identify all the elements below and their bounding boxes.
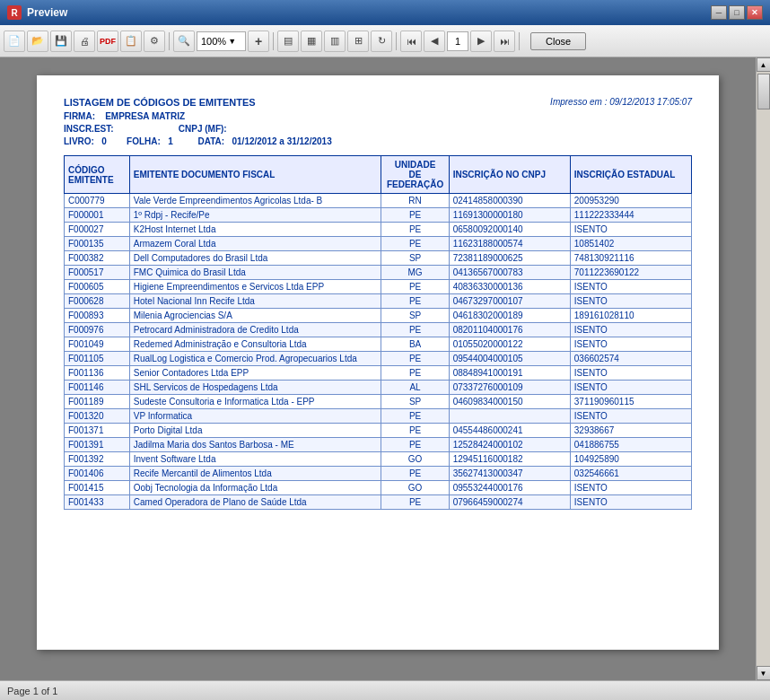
table-cell: PE [381,280,449,294]
table-cell: F001433 [65,495,130,510]
zoom-out-button[interactable]: 🔍 [173,31,195,52]
table-cell: PE [381,366,449,381]
table-cell [449,409,570,424]
table-cell: F001049 [65,337,130,352]
table-cell: VP Informatica [129,409,381,424]
table-row: F000027K2Host Internet LtdaPE06580092000… [65,223,692,237]
table-cell: Armazem Coral Ltda [129,237,381,251]
table-cell: 11623188000574 [449,237,570,251]
table-cell: K2Host Internet Ltda [129,223,381,237]
table-cell: Recife Mercantil de Alimentos Ltda [129,467,381,481]
page-number-input[interactable] [447,31,468,51]
view-single-button[interactable]: ▤ [277,31,299,52]
table-row: F000628Hotel Nacional Inn Recife LtdaPE0… [65,294,692,309]
table-header-row: CÓDIGOEMITENTE EMITENTE DOCUMENTO FISCAL… [65,156,692,194]
window-controls: ─ □ ✕ [711,5,763,20]
table-cell: 72381189000625 [449,251,570,266]
livro-value: 0 [101,136,107,146]
table-cell: F000001 [65,208,130,223]
scroll-area[interactable]: LISTAGEM DE CÓDIGOS DE EMITENTES Impress… [0,57,756,680]
table-cell: Sudeste Consultoria e Informatica Ltda -… [129,395,381,409]
maximize-button[interactable]: □ [729,5,745,20]
save-button[interactable]: 💾 [50,31,72,52]
minimize-button[interactable]: ─ [711,5,727,20]
table-cell: Redemed Administração e Consultoria Ltda [129,337,381,352]
open-button[interactable]: 📂 [27,31,48,52]
table-cell: Senior Contadores Ltda EPP [129,366,381,381]
view-double-button[interactable]: ▦ [301,31,322,52]
table-cell: GO [381,452,449,467]
copy-button[interactable]: 📋 [120,31,142,52]
next-page-button[interactable]: ▶ [470,31,492,52]
table-cell: PE [381,352,449,366]
view-continuous-button[interactable]: ▥ [324,31,346,52]
table-row: F001189Sudeste Consultoria e Informatica… [65,395,692,409]
table-cell: F001105 [65,352,130,366]
window-title: Preview [27,6,711,19]
table-cell: FMC Quimica do Brasil Ltda [129,266,381,280]
firma-label: FIRMA: [64,111,95,121]
table-cell: BA [381,337,449,352]
table-cell: Jadilma Maria dos Santos Barbosa - ME [129,438,381,452]
table-cell: 02414858000390 [449,194,570,208]
prev-page-button[interactable]: ◀ [424,31,445,52]
first-page-button[interactable]: ⏮ [400,31,422,52]
table-cell: 1º Rdpj - Recife/Pe [129,208,381,223]
table-cell: 09553244000176 [449,481,570,495]
table-cell: Hotel Nacional Inn Recife Ltda [129,294,381,309]
folha-value: 1 [168,136,173,146]
scroll-track[interactable] [757,72,770,666]
table-row: F000517FMC Quimica do Brasil LtdaMG04136… [65,266,692,280]
table-cell: F001189 [65,395,130,409]
doc-inscr-line: INSCR.EST: CNPJ (MF): [64,124,692,134]
table-cell: SP [381,395,449,409]
table-cell: 371190960115 [570,395,691,409]
table-cell: 104925890 [570,452,691,467]
last-page-button[interactable]: ⏭ [494,31,515,52]
table-cell: F001415 [65,481,130,495]
settings-button[interactable]: ⚙ [144,31,165,52]
table-cell: F001371 [65,424,130,438]
table-cell: Dell Computadores do Brasil Ltda [129,251,381,266]
zoom-dropdown-icon[interactable]: ▼ [228,37,236,46]
table-cell: PE [381,223,449,237]
table-row: F001320VP InformaticaPEISENTO [65,409,692,424]
table-cell: Invent Software Ltda [129,452,381,467]
right-scrollbar: ▲ ▼ [756,57,770,680]
window-close-button[interactable]: ✕ [747,5,763,20]
table-cell: 07337276000109 [449,381,570,395]
print-button[interactable]: 🖨 [74,31,95,52]
table-cell: ISENTO [570,381,691,395]
table-cell: 04609834000150 [449,395,570,409]
table-cell: F001146 [65,381,130,395]
livro-label: LIVRO: [64,136,94,146]
table-cell: SP [381,309,449,323]
table-cell: ISENTO [570,223,691,237]
table-cell: PE [381,467,449,481]
pdf-button[interactable]: PDF [97,31,118,52]
status-bar: Page 1 of 1 [0,680,770,700]
table-cell: RualLog Logistica e Comercio Prod. Agrop… [129,352,381,366]
close-button[interactable]: Close [530,32,586,50]
view-fit-button[interactable]: ⊞ [347,31,369,52]
zoom-display[interactable]: 100% ▼ [197,31,246,51]
scroll-up-arrow[interactable]: ▲ [757,57,771,72]
table-cell: SP [381,251,449,266]
table-cell: Milenia Agrociencias S/A [129,309,381,323]
table-cell: PE [381,323,449,337]
table-cell: 12945116000182 [449,452,570,467]
zoom-value: 100% [201,36,226,47]
table-cell: 01055020000122 [449,337,570,352]
table-cell: ISENTO [570,323,691,337]
scroll-thumb[interactable] [757,74,770,109]
table-cell: PE [381,294,449,309]
rotate-button[interactable]: ↻ [371,31,392,52]
inscr-label: INSCR.EST: [64,124,114,134]
zoom-in-button[interactable]: + [248,31,269,52]
new-button[interactable]: 📄 [4,31,25,52]
scroll-down-arrow[interactable]: ▼ [757,666,771,680]
table-cell: Petrocard Administradora de Credito Ltda [129,323,381,337]
table-cell: Oobj Tecnologia da Informação Ltda [129,481,381,495]
table-row: F001392Invent Software LtdaGO12945116000… [65,452,692,467]
data-label: DATA: [198,136,225,146]
